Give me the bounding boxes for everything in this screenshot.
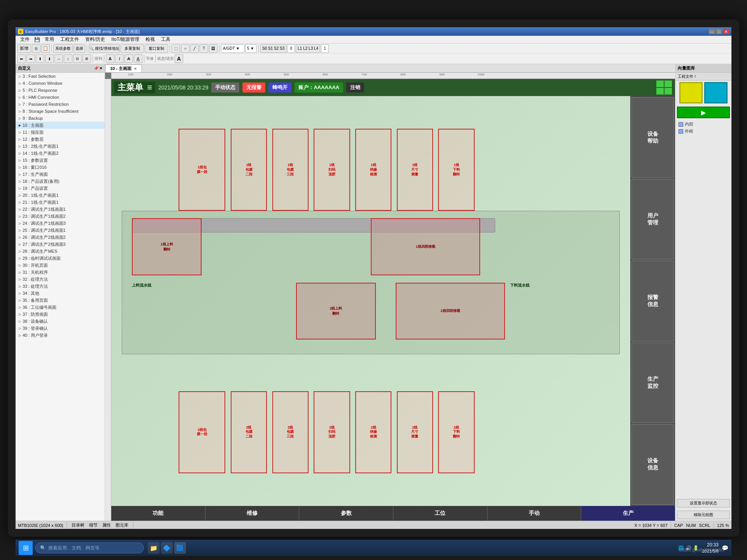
- select-btn[interactable]: 选择: [74, 44, 85, 53]
- sidebar-item-26[interactable]: ▷ 26 : 调试生产2线画面2: [16, 234, 105, 241]
- sidebar-item-14[interactable]: ▷ 14 : 1线-生产画面2: [16, 150, 105, 157]
- sidebar-item-28[interactable]: ▷ 28 : 调试生产MES: [16, 248, 105, 255]
- taskbar-icon-explorer[interactable]: 📁: [148, 542, 160, 554]
- sidebar-item-16[interactable]: ▷ 16 : 窗口016: [16, 164, 105, 171]
- tab-active[interactable]: 10 - 主画面 ✕: [105, 65, 142, 72]
- center-h-btn[interactable]: ⊟: [73, 54, 82, 63]
- tab-elements[interactable]: 图元库: [114, 522, 130, 528]
- font-under-btn[interactable]: A: [134, 54, 142, 63]
- hmi-menu-btn[interactable]: 主菜单 ≡: [114, 82, 155, 93]
- machine-box-b7[interactable]: 2线下料翻转: [438, 391, 474, 473]
- machine-box-1[interactable]: 1线包膜一段: [179, 129, 225, 211]
- text-btn[interactable]: T: [200, 44, 208, 53]
- sidebar-item-23[interactable]: ▷ 23 : 调试生产1线画面2: [16, 213, 105, 220]
- nav-param-btn[interactable]: 参数: [299, 506, 393, 521]
- hmi-status-alarm[interactable]: 无报警: [242, 82, 265, 93]
- font-italic-btn[interactable]: I: [115, 54, 124, 63]
- sidebar-item-27[interactable]: ▷ 27 : 调试生产2线画面3: [16, 241, 105, 248]
- machine-box-b1[interactable]: 2线包膜一段: [179, 391, 225, 473]
- sidebar-item-22[interactable]: ▷ 22 : 调试生产1线画面1: [16, 206, 105, 213]
- sidebar-item-19[interactable]: ▷ 19 : 产品设置: [16, 185, 105, 192]
- sidebar-item-30[interactable]: ▷ 30 : 开机页面: [16, 262, 105, 269]
- device-info-btn[interactable]: 设备信息: [631, 424, 674, 505]
- new-btn[interactable]: 新增: [17, 44, 31, 53]
- machine-box-b3[interactable]: 2线包膜三段: [272, 391, 309, 473]
- menu-tools[interactable]: 工具: [158, 35, 174, 44]
- close-btn[interactable]: ✕: [723, 29, 729, 34]
- img-btn[interactable]: 🖼: [209, 44, 217, 53]
- machine-box-4[interactable]: 1线扫码顶胶: [314, 129, 350, 211]
- distribute-h-btn[interactable]: ↔: [54, 54, 63, 63]
- font-bold-btn[interactable]: A: [106, 54, 114, 63]
- paste-btn[interactable]: 📋: [41, 44, 50, 53]
- alarm-info-btn[interactable]: 报警信息: [631, 261, 674, 341]
- equipment-box-2[interactable]: 1线四联移载: [371, 218, 480, 275]
- hmi-status-account[interactable]: 账户：AAAAAAA: [295, 82, 343, 93]
- sidebar-item-29[interactable]: ▷ 29 : 临时调试试画面: [16, 255, 105, 262]
- sidebar-item-34[interactable]: ▷ 34 : 其他: [16, 290, 105, 297]
- line-btn[interactable]: ╱: [190, 44, 199, 53]
- window-copy-btn[interactable]: 窗口复制: [145, 44, 168, 53]
- user-mgmt-btn[interactable]: 用户管理: [631, 179, 674, 259]
- menu-data[interactable]: 资料/历史: [82, 35, 108, 44]
- checkbox-outer[interactable]: 外框: [679, 128, 728, 134]
- equipment-box-4[interactable]: 2线四联移载: [396, 283, 505, 340]
- circle-btn[interactable]: ○: [181, 44, 189, 53]
- start-button[interactable]: ⊞: [19, 541, 33, 555]
- align-right-btn[interactable]: ➡: [26, 54, 35, 63]
- rect-btn[interactable]: ⬚: [172, 44, 180, 53]
- sidebar-item-31[interactable]: ▷ 31 : 关机程序: [16, 269, 105, 276]
- hmi-status-beep[interactable]: 蜂鸣开: [268, 82, 291, 93]
- machine-box-b6[interactable]: 2线尺寸测量: [397, 391, 433, 473]
- sidebar-item-9[interactable]: ▷ 9 : Backup: [16, 115, 105, 122]
- align-bottom-btn[interactable]: ⬇: [45, 54, 54, 63]
- l-layers[interactable]: L1 L2 L3 L4: [296, 44, 320, 53]
- s0-btn[interactable]: S0 S1 S2 S3: [260, 44, 286, 53]
- sidebar-close-icon[interactable]: ✕: [99, 66, 102, 70]
- menu-iiot[interactable]: IIoT/能源管理: [108, 35, 142, 44]
- sidebar-item-37[interactable]: ▷ 37 : 防滑画面: [16, 311, 105, 318]
- sidebar-item-3[interactable]: ▷ 3 : Fast Selection: [16, 73, 105, 80]
- machine-box-b4[interactable]: 2线扫码顶胶: [314, 391, 350, 473]
- menu-project[interactable]: 工程文件: [57, 35, 82, 44]
- checkbox-inner[interactable]: 内部: [679, 121, 728, 127]
- taskbar-icon-app2[interactable]: 🟦: [174, 542, 186, 554]
- sidebar-item-35[interactable]: ▷ 35 : 备用页面: [16, 297, 105, 304]
- hmi-status-manual[interactable]: 手动状态: [211, 82, 239, 93]
- machine-box-b2[interactable]: 2线包膜二段: [231, 391, 267, 473]
- sidebar-item-11[interactable]: ▷ 11 : 报应面: [16, 129, 105, 136]
- sidebar-item-40[interactable]: ▷ 40 : 用户登录: [16, 332, 105, 339]
- production-monitor-btn[interactable]: 生产监控: [631, 343, 674, 423]
- copy-btn[interactable]: ⎘: [32, 44, 40, 53]
- align-left-btn[interactable]: ⬅: [17, 54, 26, 63]
- nav-production-btn[interactable]: 生产: [581, 506, 675, 521]
- sidebar-item-36[interactable]: ▷ 36 : 工位编号画面: [16, 304, 105, 311]
- sidebar-item-5[interactable]: ▷ 5 : PLC Response: [16, 87, 105, 94]
- menu-common[interactable]: 常用: [42, 35, 57, 44]
- tab-tree[interactable]: 目录树: [70, 522, 86, 528]
- sidebar-pin-icon[interactable]: 📌: [94, 66, 98, 70]
- sidebar-item-25[interactable]: ▷ 25 : 调试生产2线画面1: [16, 227, 105, 234]
- sidebar-item-7[interactable]: ▷ 7 : Password Restriction: [16, 101, 105, 108]
- sidebar-item-21[interactable]: ▷ 21 : 1线-生产画面1: [16, 199, 105, 206]
- menu-file[interactable]: 文件: [17, 35, 33, 44]
- sidebar-item-33[interactable]: ▷ 33 : 处理方法: [16, 283, 105, 290]
- tab-property[interactable]: 属性: [101, 522, 112, 528]
- sidebar-item-15[interactable]: ▷ 15 : 参数设置: [16, 157, 105, 164]
- nav-function-btn[interactable]: 功能: [111, 506, 205, 521]
- machine-box-3[interactable]: 1线包膜三段: [272, 129, 309, 211]
- machine-box-6[interactable]: 1线尺寸测量: [397, 129, 433, 211]
- multi-copy-btn[interactable]: 多重复制: [121, 44, 144, 53]
- font-select[interactable]: A/GDT ▼: [221, 44, 244, 53]
- menu-save[interactable]: 💾: [33, 36, 42, 43]
- machine-box-b5[interactable]: 2线绝缘检测: [355, 391, 391, 473]
- tab-close-icon[interactable]: ✕: [134, 67, 137, 71]
- sidebar-item-24[interactable]: ▷ 24 : 调试生产1线画面3: [16, 220, 105, 227]
- sidebar-item-6[interactable]: ▷ 6 : HMI Connection: [16, 94, 105, 101]
- menu-view[interactable]: 检视: [142, 35, 158, 44]
- machine-box-2[interactable]: 1线包膜二段: [231, 129, 267, 211]
- sidebar-item-13[interactable]: ▷ 13 : 2线-生产画面1: [16, 143, 105, 150]
- sidebar-item-39[interactable]: ▷ 39 : 登录确认: [16, 325, 105, 332]
- tab-detail[interactable]: 细节: [88, 522, 99, 528]
- maximize-btn[interactable]: □: [716, 29, 722, 34]
